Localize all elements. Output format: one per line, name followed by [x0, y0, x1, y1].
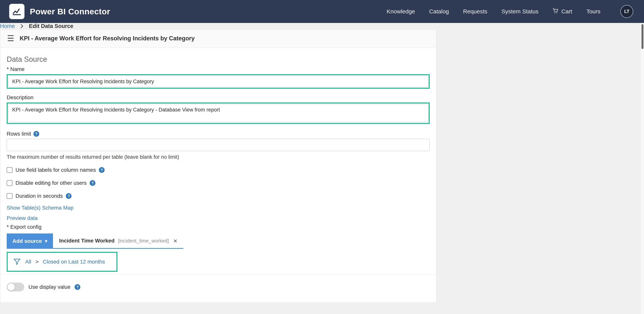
data-source-card: ☰ KPI - Average Work Effort for Resolvin… — [0, 29, 436, 303]
filter-highlight-box: All > Closed on Last 12 months — [7, 252, 118, 272]
tab-incident-time-worked[interactable]: Incident Time Worked [incident_time_work… — [53, 234, 183, 249]
checkbox-row-duration-seconds: Duration in seconds ? — [7, 193, 430, 199]
nav-requests[interactable]: Requests — [463, 8, 488, 15]
card-body: Data Source * Name Description KPI - Ave… — [0, 48, 436, 292]
nav-catalog[interactable]: Catalog — [429, 8, 449, 15]
rows-limit-help-icon[interactable]: ? — [34, 131, 39, 137]
disable-editing-checkbox[interactable] — [7, 180, 12, 186]
card-title: KPI - Average Work Effort for Resolving … — [20, 35, 195, 42]
add-source-button-label: Add source — [12, 238, 42, 244]
hamburger-icon[interactable]: ☰ — [7, 34, 14, 42]
show-schema-map-link[interactable]: Show Table(s) Schema Map — [7, 205, 430, 211]
tab-close-icon[interactable]: × — [174, 238, 177, 244]
breadcrumb: Home Edit Data Source — [0, 23, 644, 29]
field-labels-checkbox-label[interactable]: Use field labels for column names — [16, 167, 96, 173]
filter-condition-link[interactable]: Closed on Last 12 months — [43, 259, 105, 265]
use-display-value-row: Use display value ? — [7, 283, 430, 292]
brand[interactable]: Power BI Connector — [9, 4, 110, 19]
cart-icon — [552, 8, 559, 15]
export-config-tabbar: Add source ▾ Incident Time Worked [incid… — [7, 234, 430, 249]
card-header: ☰ KPI - Average Work Effort for Resolvin… — [0, 30, 436, 48]
field-labels-checkbox[interactable] — [7, 167, 12, 173]
filter-separator: > — [35, 259, 38, 265]
tab-table-code: [incident_time_worked] — [118, 238, 169, 244]
rows-limit-input[interactable] — [7, 139, 430, 151]
disable-editing-help-icon[interactable]: ? — [90, 180, 96, 186]
brand-logo-icon — [9, 4, 24, 19]
description-textarea[interactable]: KPI - Average Work Effort for Resolving … — [8, 104, 428, 122]
user-avatar[interactable]: LT — [620, 5, 633, 18]
filter-all-link[interactable]: All — [25, 259, 31, 265]
nav-system-status[interactable]: System Status — [502, 8, 538, 15]
preview-data-link[interactable]: Preview data — [7, 215, 430, 221]
rows-limit-label: Rows limit — [7, 131, 31, 137]
use-display-value-label: Use display value — [28, 284, 70, 290]
section-title: Data Source — [7, 55, 430, 64]
filter-funnel-icon — [13, 258, 21, 266]
duration-seconds-help-icon[interactable]: ? — [66, 193, 72, 199]
chevron-down-icon: ▾ — [45, 238, 47, 244]
checkbox-row-disable-editing: Disable editing for other users ? — [7, 180, 430, 186]
nav-tours[interactable]: Tours — [586, 8, 600, 15]
field-labels-help-icon[interactable]: ? — [99, 167, 104, 173]
scrollbar[interactable] — [641, 23, 644, 314]
breadcrumb-chevron-icon — [19, 23, 25, 29]
add-source-button[interactable]: Add source ▾ — [7, 234, 53, 249]
description-label: Description — [7, 94, 430, 100]
description-highlight-box: KPI - Average Work Effort for Resolving … — [7, 102, 430, 124]
rows-limit-helper-text: The maximum number of results returned p… — [7, 154, 430, 160]
use-display-value-toggle[interactable] — [7, 283, 24, 292]
disable-editing-checkbox-label[interactable]: Disable editing for other users — [16, 180, 86, 186]
name-label: * Name — [7, 66, 430, 72]
use-display-value-help-icon[interactable]: ? — [74, 284, 80, 290]
rows-limit-label-row: Rows limit ? — [7, 131, 430, 137]
duration-seconds-checkbox[interactable] — [7, 193, 12, 199]
topbar: Power BI Connector Knowledge Catalog Req… — [0, 0, 644, 23]
export-config-label: * Export config — [7, 224, 430, 230]
breadcrumb-current: Edit Data Source — [29, 23, 73, 29]
top-nav: Knowledge Catalog Requests System Status… — [387, 5, 633, 18]
breadcrumb-home-link[interactable]: Home — [0, 23, 15, 29]
nav-cart[interactable]: Cart — [552, 8, 572, 15]
duration-seconds-checkbox-label[interactable]: Duration in seconds — [16, 193, 63, 199]
nav-knowledge[interactable]: Knowledge — [387, 8, 415, 15]
scrollbar-thumb[interactable] — [642, 24, 644, 49]
checkbox-row-field-labels: Use field labels for column names ? — [7, 167, 430, 173]
name-highlight-box — [7, 74, 430, 89]
tab-title: Incident Time Worked — [59, 238, 114, 244]
nav-cart-label: Cart — [562, 8, 572, 15]
brand-title: Power BI Connector — [30, 7, 110, 16]
name-input[interactable] — [8, 76, 428, 87]
